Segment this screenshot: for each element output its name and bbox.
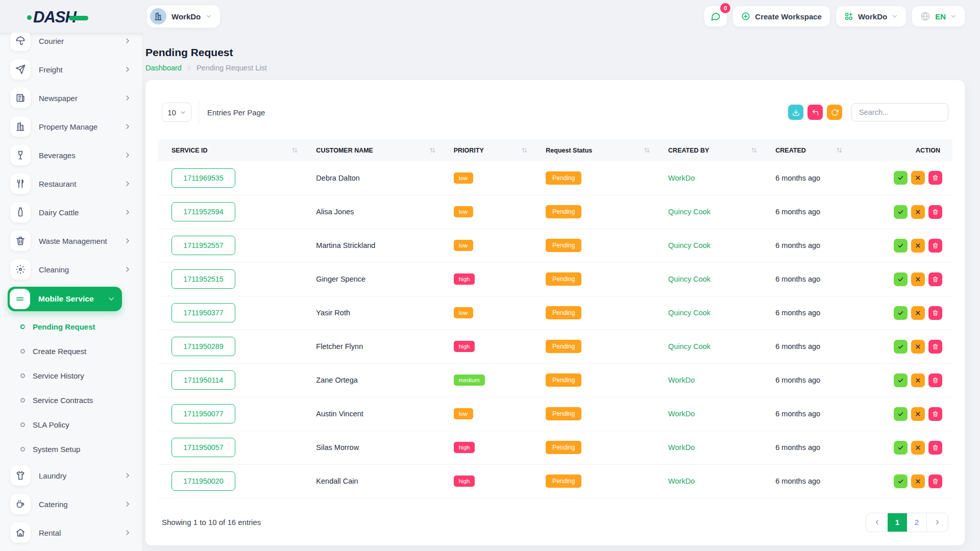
approve-button[interactable] xyxy=(894,407,908,421)
reject-button[interactable] xyxy=(911,239,925,253)
created-by-link[interactable]: Quincy Cook xyxy=(668,275,710,283)
approve-button[interactable] xyxy=(894,373,908,387)
entries-per-page-select[interactable]: 10 xyxy=(162,103,191,122)
breadcrumb-dashboard-link[interactable]: Dashboard xyxy=(145,64,182,72)
delete-button[interactable] xyxy=(928,205,942,219)
sidebar-item-mobile-service[interactable]: Mobile Service xyxy=(8,287,122,311)
sidebar-item-partial[interactable] xyxy=(0,547,142,551)
delete-button[interactable] xyxy=(928,239,942,253)
created-by-link[interactable]: WorkDo xyxy=(668,376,695,384)
delete-button[interactable] xyxy=(928,340,942,354)
service-id-button[interactable]: 1711952515 xyxy=(172,269,235,289)
column-header-customer-name[interactable]: CUSTOMER NAME xyxy=(302,139,439,161)
delete-button[interactable] xyxy=(928,272,942,286)
sidebar-subitem-create-request[interactable]: Create Request xyxy=(0,339,142,363)
reject-button[interactable] xyxy=(911,306,925,320)
sidebar-subitem-system-setup[interactable]: System Setup xyxy=(0,437,142,461)
reject-button[interactable] xyxy=(911,407,925,421)
reset-button[interactable] xyxy=(807,105,823,120)
approve-button[interactable] xyxy=(894,272,908,286)
delete-button[interactable] xyxy=(928,373,942,387)
created-by-link[interactable]: Quincy Cook xyxy=(668,241,710,249)
sidebar-subitem-service-history[interactable]: Service History xyxy=(0,363,142,388)
approve-button[interactable] xyxy=(894,171,908,185)
reject-button[interactable] xyxy=(911,474,925,488)
sidebar-item-courier[interactable]: Courier xyxy=(0,33,142,55)
sidebar-item-waste-management[interactable]: Waste Management xyxy=(0,227,142,255)
approve-button[interactable] xyxy=(894,474,908,488)
created-by-link[interactable]: WorkDo xyxy=(668,410,695,418)
workdo-menu-button[interactable]: WorkDo xyxy=(836,6,906,27)
column-header-service-id[interactable]: SERVICE ID xyxy=(158,139,302,161)
created-by-link[interactable]: Quincy Cook xyxy=(668,342,710,350)
sidebar-subitem-service-contracts[interactable]: Service Contracts xyxy=(0,388,142,412)
created-by-link[interactable]: Quincy Cook xyxy=(668,208,710,216)
sort-icon[interactable] xyxy=(644,147,650,154)
delete-button[interactable] xyxy=(928,171,942,185)
service-id-button[interactable]: 1711950020 xyxy=(172,471,235,491)
sort-icon[interactable] xyxy=(429,147,436,154)
pending-request-card: 10 Entries Per Page SERVICE IDCUSTOMER N… xyxy=(145,80,965,545)
refresh-button[interactable] xyxy=(827,105,842,120)
reject-button[interactable] xyxy=(911,205,925,219)
service-id-button[interactable]: 1711950377 xyxy=(172,303,235,322)
page-button-1[interactable]: 1 xyxy=(888,513,907,532)
workspace-selector[interactable]: WorkDo xyxy=(147,5,220,28)
approve-button[interactable] xyxy=(894,239,908,253)
reject-button[interactable] xyxy=(911,171,925,185)
sidebar-item-freight[interactable]: Freight xyxy=(0,55,142,84)
page-button-2[interactable]: 2 xyxy=(907,513,926,532)
created-by-link[interactable]: WorkDo xyxy=(668,477,695,485)
next-page-button[interactable] xyxy=(926,513,948,532)
sort-icon[interactable] xyxy=(751,147,757,154)
created-by-link[interactable]: Quincy Cook xyxy=(668,309,710,317)
service-id-button[interactable]: 1711950289 xyxy=(172,337,235,356)
approve-button[interactable] xyxy=(894,441,908,455)
approve-button[interactable] xyxy=(894,205,908,219)
delete-button[interactable] xyxy=(928,441,942,455)
sort-icon[interactable] xyxy=(836,147,843,154)
reject-button[interactable] xyxy=(911,441,925,455)
reject-button[interactable] xyxy=(911,340,925,354)
column-header-request-status[interactable]: Request Status xyxy=(532,139,654,161)
reject-button[interactable] xyxy=(911,373,925,387)
column-header-priority[interactable]: PRIORITY xyxy=(440,139,532,161)
reject-button[interactable] xyxy=(911,272,925,286)
service-id-button[interactable]: 1711952557 xyxy=(172,236,235,255)
service-id-button[interactable]: 1711969535 xyxy=(172,168,235,188)
messages-button[interactable]: 0 xyxy=(704,6,727,27)
app-logo[interactable]: DASH xyxy=(27,8,88,27)
sidebar-item-laundry[interactable]: Laundry xyxy=(0,461,142,490)
language-selector[interactable]: EN xyxy=(912,6,965,27)
previous-page-button[interactable] xyxy=(866,513,888,532)
created-by-link[interactable]: WorkDo xyxy=(668,443,695,452)
check-icon xyxy=(897,444,904,451)
service-id-button[interactable]: 1711950057 xyxy=(172,438,235,457)
export-button[interactable] xyxy=(788,105,803,120)
sidebar-item-rental[interactable]: Rental xyxy=(0,518,142,547)
sidebar-item-restaurant[interactable]: Restaurant xyxy=(0,169,142,198)
sidebar-item-cleaning[interactable]: Cleaning xyxy=(0,255,142,284)
sidebar-item-property-manage[interactable]: Property Manage xyxy=(0,112,142,141)
delete-button[interactable] xyxy=(928,407,942,421)
approve-button[interactable] xyxy=(894,340,908,354)
column-header-created[interactable]: CREATED xyxy=(762,139,847,161)
approve-button[interactable] xyxy=(894,306,908,320)
delete-button[interactable] xyxy=(928,474,942,488)
delete-button[interactable] xyxy=(928,306,942,320)
sidebar-item-catering[interactable]: Catering xyxy=(0,490,142,518)
create-workspace-button[interactable]: Create Workspace xyxy=(733,6,830,27)
column-header-created-by[interactable]: CREATED BY xyxy=(654,139,762,161)
sort-icon[interactable] xyxy=(521,147,528,154)
sidebar-subitem-sla-policy[interactable]: SLA Policy xyxy=(0,412,142,437)
service-id-button[interactable]: 1711952594 xyxy=(172,202,235,221)
sidebar-item-newspaper[interactable]: Newspaper xyxy=(0,84,142,112)
search-input[interactable] xyxy=(851,103,948,121)
sort-icon[interactable] xyxy=(291,147,298,154)
service-id-button[interactable]: 1711950077 xyxy=(172,404,235,423)
service-id-button[interactable]: 1711950114 xyxy=(172,370,235,390)
sidebar-item-dairy-cattle[interactable]: Dairy Cattle xyxy=(0,198,142,227)
sidebar-item-beverages[interactable]: Beverages xyxy=(0,141,142,169)
created-by-link[interactable]: WorkDo xyxy=(668,174,695,182)
sidebar-subitem-pending-request[interactable]: Pending Request xyxy=(0,314,142,339)
